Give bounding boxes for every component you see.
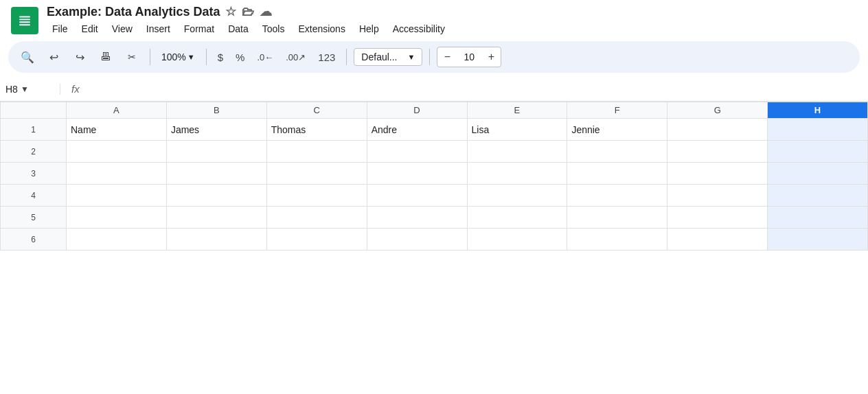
- formula-bar: H8 ▼ fx: [0, 77, 868, 102]
- menu-format[interactable]: Format: [179, 21, 220, 37]
- cell-6-C[interactable]: [266, 229, 367, 251]
- menu-data[interactable]: Data: [222, 21, 254, 37]
- cell-4-C[interactable]: [266, 185, 367, 207]
- cell-3-F[interactable]: [567, 163, 667, 185]
- svg-rect-2: [19, 19, 30, 20]
- row-header-2[interactable]: 2: [1, 141, 67, 163]
- cell-5-G[interactable]: [667, 207, 768, 229]
- cell-4-D[interactable]: [367, 185, 467, 207]
- col-header-D[interactable]: D: [367, 102, 467, 119]
- cell-5-A[interactable]: [67, 207, 167, 229]
- star-icon[interactable]: ☆: [225, 4, 236, 19]
- col-header-H[interactable]: H: [768, 102, 868, 119]
- cell-6-B[interactable]: [166, 229, 266, 251]
- cell-1-B[interactable]: James: [166, 119, 266, 141]
- cell-1-H[interactable]: [768, 119, 868, 141]
- menu-edit[interactable]: Edit: [76, 21, 104, 37]
- menu-file[interactable]: File: [47, 21, 73, 37]
- menu-extensions[interactable]: Extensions: [293, 21, 350, 37]
- col-header-B[interactable]: B: [166, 102, 266, 119]
- zoom-control[interactable]: 100% ▼: [157, 49, 199, 65]
- paint-format-button[interactable]: ✂: [121, 46, 143, 68]
- font-dropdown-icon: ▼: [407, 53, 415, 61]
- cloud-icon[interactable]: ☁: [260, 4, 272, 19]
- table-row: 2: [1, 141, 868, 163]
- row-header-1[interactable]: 1: [1, 119, 67, 141]
- row-header-4[interactable]: 4: [1, 185, 67, 207]
- cell-2-D[interactable]: [367, 141, 467, 163]
- col-header-E[interactable]: E: [467, 102, 567, 119]
- cell-3-G[interactable]: [667, 163, 768, 185]
- cell-4-A[interactable]: [67, 185, 167, 207]
- app-header: Example: Data Analytics Data ☆ 🗁 ☁ File …: [0, 0, 868, 41]
- cell-4-H[interactable]: [768, 185, 868, 207]
- cell-5-E[interactable]: [467, 207, 567, 229]
- grid-body: 1NameJamesThomasAndreLisaJennie23456: [1, 119, 868, 251]
- cell-4-F[interactable]: [567, 185, 667, 207]
- cell-5-D[interactable]: [367, 207, 467, 229]
- cell-4-B[interactable]: [166, 185, 266, 207]
- cell-3-A[interactable]: [67, 163, 167, 185]
- folder-icon[interactable]: 🗁: [242, 5, 254, 19]
- row-header-5[interactable]: 5: [1, 207, 67, 229]
- cell-2-E[interactable]: [467, 141, 567, 163]
- font-name: Defaul...: [361, 51, 397, 62]
- cell-2-B[interactable]: [166, 141, 266, 163]
- cell-6-A[interactable]: [67, 229, 167, 251]
- undo-button[interactable]: ↩: [43, 46, 65, 68]
- cell-1-G[interactable]: [667, 119, 768, 141]
- menu-help[interactable]: Help: [354, 21, 385, 37]
- search-button[interactable]: 🔍: [16, 46, 38, 68]
- col-header-A[interactable]: A: [67, 102, 167, 119]
- col-header-G[interactable]: G: [667, 102, 768, 119]
- font-selector[interactable]: Defaul... ▼: [354, 48, 422, 66]
- cell-3-E[interactable]: [467, 163, 567, 185]
- cell-3-H[interactable]: [768, 163, 868, 185]
- cell-5-C[interactable]: [266, 207, 367, 229]
- redo-button[interactable]: ↪: [69, 46, 91, 68]
- menu-insert[interactable]: Insert: [141, 21, 176, 37]
- currency-button[interactable]: $: [214, 49, 227, 66]
- cell-5-F[interactable]: [567, 207, 667, 229]
- cell-2-G[interactable]: [667, 141, 768, 163]
- cell-6-F[interactable]: [567, 229, 667, 251]
- font-size-control: − 10 +: [437, 47, 501, 67]
- print-button[interactable]: 🖶: [95, 46, 117, 68]
- menu-view[interactable]: View: [106, 21, 138, 37]
- cell-2-F[interactable]: [567, 141, 667, 163]
- font-size-decrease-button[interactable]: −: [437, 47, 457, 67]
- col-header-C[interactable]: C: [266, 102, 367, 119]
- cell-1-C[interactable]: Thomas: [266, 119, 367, 141]
- cell-6-G[interactable]: [667, 229, 768, 251]
- cell-6-E[interactable]: [467, 229, 567, 251]
- cell-1-F[interactable]: Jennie: [567, 119, 667, 141]
- menu-accessibility[interactable]: Accessibility: [387, 21, 450, 37]
- cell-5-B[interactable]: [166, 207, 266, 229]
- cell-ref-dropdown[interactable]: ▼: [21, 84, 29, 94]
- cell-2-H[interactable]: [768, 141, 868, 163]
- row-header-6[interactable]: 6: [1, 229, 67, 251]
- number-format-button[interactable]: 123: [314, 49, 339, 66]
- app-logo: [11, 7, 38, 34]
- cell-6-H[interactable]: [768, 229, 868, 251]
- cell-3-C[interactable]: [266, 163, 367, 185]
- cell-3-B[interactable]: [166, 163, 266, 185]
- col-header-F[interactable]: F: [567, 102, 667, 119]
- cell-1-A[interactable]: Name: [67, 119, 167, 141]
- cell-1-E[interactable]: Lisa: [467, 119, 567, 141]
- font-size-increase-button[interactable]: +: [481, 47, 501, 67]
- decimal-decrease-button[interactable]: .0←: [253, 49, 277, 65]
- cell-1-D[interactable]: Andre: [367, 119, 467, 141]
- row-header-3[interactable]: 3: [1, 163, 67, 185]
- cell-3-D[interactable]: [367, 163, 467, 185]
- cell-4-G[interactable]: [667, 185, 768, 207]
- formula-input[interactable]: [91, 84, 863, 95]
- cell-5-H[interactable]: [768, 207, 868, 229]
- decimal-increase-button[interactable]: .00↗: [282, 49, 310, 65]
- cell-4-E[interactable]: [467, 185, 567, 207]
- cell-2-C[interactable]: [266, 141, 367, 163]
- cell-6-D[interactable]: [367, 229, 467, 251]
- cell-2-A[interactable]: [67, 141, 167, 163]
- percent-button[interactable]: %: [231, 49, 249, 66]
- menu-tools[interactable]: Tools: [257, 21, 290, 37]
